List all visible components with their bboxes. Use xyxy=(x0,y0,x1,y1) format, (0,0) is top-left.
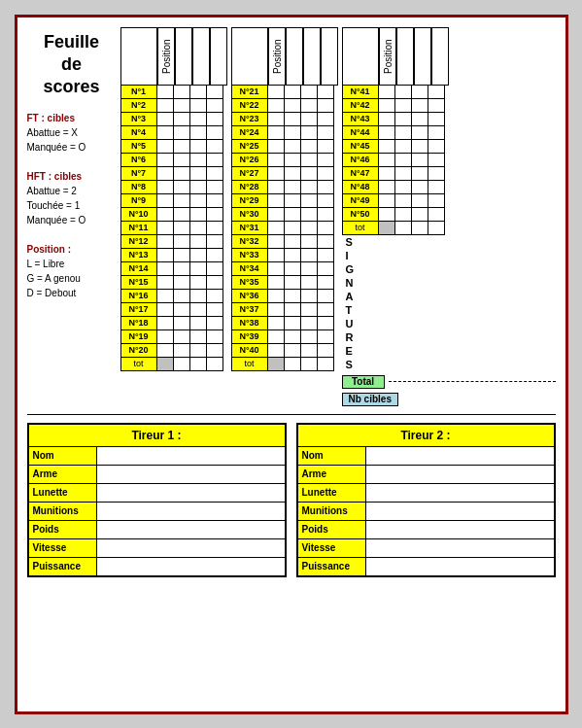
col1-d3-16[interactable] xyxy=(206,289,223,303)
col2-d3-18[interactable] xyxy=(317,316,334,330)
col2-d2-16[interactable] xyxy=(300,289,318,303)
col1-d2-3[interactable] xyxy=(189,112,207,126)
col1-d1-12[interactable] xyxy=(173,234,190,249)
col2-d2-9[interactable] xyxy=(300,193,318,208)
col3-pos-10[interactable] xyxy=(378,207,395,222)
col1-pos-2[interactable] xyxy=(156,98,174,113)
col1-d1-15[interactable] xyxy=(173,275,190,290)
col1-d3-12[interactable] xyxy=(206,234,223,249)
col2-d1-17[interactable] xyxy=(284,302,301,317)
col3-d2-6[interactable] xyxy=(411,153,428,167)
col3-d1-9[interactable] xyxy=(394,193,412,208)
col1-d3-10[interactable] xyxy=(206,207,223,222)
col3-d3-3[interactable] xyxy=(428,112,445,126)
col3-d3-8[interactable] xyxy=(428,180,445,194)
col1-d2-17[interactable] xyxy=(189,302,207,317)
tireur-value-lunette[interactable] xyxy=(366,484,554,502)
col2-pos-8[interactable] xyxy=(267,180,285,194)
col2-d1-16[interactable] xyxy=(284,289,301,303)
col2-pos-15[interactable] xyxy=(267,275,285,290)
col1-d1-3[interactable] xyxy=(173,112,190,126)
col1-d1-2[interactable] xyxy=(173,98,190,113)
col1-d1-11[interactable] xyxy=(173,221,190,235)
col2-d1-15[interactable] xyxy=(284,275,301,290)
col2-d2-1[interactable] xyxy=(300,85,318,99)
col1-d2-8[interactable] xyxy=(189,180,207,194)
col3-d2-2[interactable] xyxy=(411,98,428,113)
col2-d3-11[interactable] xyxy=(317,221,334,235)
col2-pos-9[interactable] xyxy=(267,193,285,208)
col2-d3-10[interactable] xyxy=(317,207,334,222)
tireur-value-puissance[interactable] xyxy=(97,558,285,575)
col2-d2-18[interactable] xyxy=(300,316,318,330)
col2-d1-12[interactable] xyxy=(284,234,301,249)
tireur-value-vitesse[interactable] xyxy=(97,539,285,557)
col3-d1-4[interactable] xyxy=(394,125,412,140)
col3-d1-7[interactable] xyxy=(394,166,412,181)
col1-pos-18[interactable] xyxy=(156,316,174,330)
col1-pos-8[interactable] xyxy=(156,180,174,194)
col2-pos-14[interactable] xyxy=(267,261,285,276)
col1-d1-1[interactable] xyxy=(173,85,190,99)
col2-d2-5[interactable] xyxy=(300,139,318,154)
col1-d2-15[interactable] xyxy=(189,275,207,290)
col2-d1-2[interactable] xyxy=(284,98,301,113)
col1-d1-10[interactable] xyxy=(173,207,190,222)
col1-pos-1[interactable] xyxy=(156,85,174,99)
col1-pos-14[interactable] xyxy=(156,261,174,276)
col1-d1-7[interactable] xyxy=(173,166,190,181)
col1-d1-17[interactable] xyxy=(173,302,190,317)
col3-d2-5[interactable] xyxy=(411,139,428,154)
col1-d2-6[interactable] xyxy=(189,153,207,167)
col2-d3-20[interactable] xyxy=(317,343,334,358)
tireur-value-munitions[interactable] xyxy=(97,503,285,520)
col1-pos-17[interactable] xyxy=(156,302,174,317)
col2-pos-6[interactable] xyxy=(267,153,285,167)
col2-d1-20[interactable] xyxy=(284,343,301,358)
col2-d1-18[interactable] xyxy=(284,316,301,330)
col3-d3-1[interactable] xyxy=(428,85,445,99)
col3-pos-3[interactable] xyxy=(378,112,395,126)
col2-pos-18[interactable] xyxy=(267,316,285,330)
col2-pos-20[interactable] xyxy=(267,343,285,358)
col2-d2-14[interactable] xyxy=(300,261,318,276)
col3-d3-9[interactable] xyxy=(428,193,445,208)
col1-pos-11[interactable] xyxy=(156,221,174,235)
col1-pos-7[interactable] xyxy=(156,166,174,181)
col2-d3-14[interactable] xyxy=(317,261,334,276)
col1-d2-14[interactable] xyxy=(189,261,207,276)
col1-d3-18[interactable] xyxy=(206,316,223,330)
col2-pos-10[interactable] xyxy=(267,207,285,222)
tireur-value-vitesse[interactable] xyxy=(366,539,554,557)
col1-pos-15[interactable] xyxy=(156,275,174,290)
col1-d3-8[interactable] xyxy=(206,180,223,194)
col3-d3-5[interactable] xyxy=(428,139,445,154)
tireur-value-puissance[interactable] xyxy=(366,558,554,575)
col1-d3-11[interactable] xyxy=(206,221,223,235)
col3-d3-7[interactable] xyxy=(428,166,445,181)
col2-d3-13[interactable] xyxy=(317,248,334,262)
col1-d3-4[interactable] xyxy=(206,125,223,140)
col1-d3-7[interactable] xyxy=(206,166,223,181)
tireur-value-munitions[interactable] xyxy=(366,503,554,520)
col2-d1-10[interactable] xyxy=(284,207,301,222)
col1-d2-7[interactable] xyxy=(189,166,207,181)
col2-d2-11[interactable] xyxy=(300,221,318,235)
col2-pos-11[interactable] xyxy=(267,221,285,235)
col2-d3-5[interactable] xyxy=(317,139,334,154)
col3-d1-2[interactable] xyxy=(394,98,412,113)
col3-d2-3[interactable] xyxy=(411,112,428,126)
col1-d3-17[interactable] xyxy=(206,302,223,317)
col2-d1-19[interactable] xyxy=(284,329,301,344)
col1-d3-2[interactable] xyxy=(206,98,223,113)
col2-pos-13[interactable] xyxy=(267,248,285,262)
col3-pos-1[interactable] xyxy=(378,85,395,99)
col2-d2-3[interactable] xyxy=(300,112,318,126)
col1-d2-4[interactable] xyxy=(189,125,207,140)
col1-pos-10[interactable] xyxy=(156,207,174,222)
col2-d1-8[interactable] xyxy=(284,180,301,194)
col1-d1-14[interactable] xyxy=(173,261,190,276)
col2-d2-13[interactable] xyxy=(300,248,318,262)
col1-d2-11[interactable] xyxy=(189,221,207,235)
col2-d3-19[interactable] xyxy=(317,329,334,344)
